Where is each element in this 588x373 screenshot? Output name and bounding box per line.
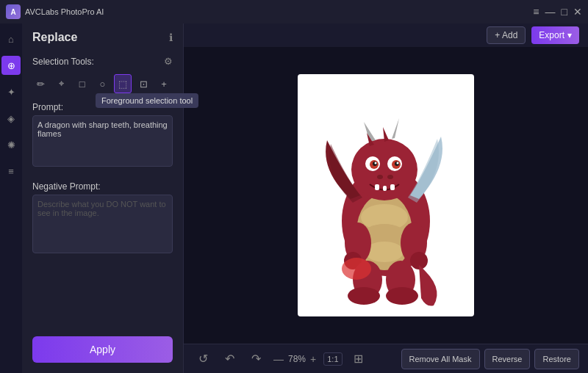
app-title: AVCLabs PhotoPro AI: [25, 7, 104, 16]
export-label: Export: [539, 30, 564, 40]
selection-tools-header: Selection Tools: ⚙: [22, 51, 183, 71]
panel-header: Replace ℹ: [22, 23, 183, 51]
reverse-btn[interactable]: Reverse: [484, 349, 531, 369]
svg-rect-18: [375, 184, 379, 190]
info-icon[interactable]: ℹ: [169, 32, 173, 43]
left-panel: Replace ℹ Selection Tools: ⚙ ✏ ⌖ □ ○ ⬚ ⊡…: [22, 23, 184, 373]
svg-point-17: [387, 175, 393, 179]
svg-point-14: [375, 162, 377, 164]
redo-btn[interactable]: ↷: [245, 349, 266, 369]
svg-rect-20: [390, 184, 395, 190]
bottom-left-controls: ↺ ↶ ↷ — 78% + 1:1 ⊞: [193, 349, 369, 369]
svg-point-24: [410, 252, 428, 269]
sidebar-item-replace[interactable]: ⊕: [1, 56, 21, 75]
add-button[interactable]: + Add: [487, 26, 526, 44]
sidebar-item-settings[interactable]: ≡: [1, 162, 21, 181]
bottom-toolbar: ↺ ↶ ↷ — 78% + 1:1 ⊞ Remove All Mask Reve…: [184, 344, 588, 373]
svg-point-27: [348, 287, 380, 305]
svg-marker-7: [392, 118, 399, 139]
svg-point-16: [377, 175, 383, 179]
zoom-out-btn[interactable]: —: [272, 353, 285, 365]
restore-btn[interactable]: Restore: [534, 349, 579, 369]
canvas-content: [184, 47, 588, 344]
undo-btn[interactable]: ↶: [219, 349, 240, 369]
dragon-illustration: [305, 82, 467, 309]
svg-point-5: [351, 139, 417, 200]
foreground-tool-btn[interactable]: ⬚: [114, 74, 132, 93]
export-button[interactable]: Export ▾: [531, 26, 579, 44]
remove-all-mask-btn[interactable]: Remove All Mask: [401, 349, 480, 369]
dragon-image-container: [298, 74, 474, 316]
negative-prompt-label: Negative Prompt:: [32, 181, 173, 192]
top-toolbar: + Add Export ▾: [184, 23, 588, 47]
sidebar-item-enhance[interactable]: ✦: [1, 82, 21, 101]
ellipse-tool-btn[interactable]: ○: [94, 74, 112, 93]
canvas-area: + Add Export ▾: [184, 23, 588, 373]
app-icon: A: [6, 4, 21, 19]
apply-btn-container: Apply: [22, 329, 183, 373]
sidebar-item-retouch[interactable]: ◈: [1, 109, 21, 128]
add-tool-btn[interactable]: +: [155, 74, 173, 93]
negative-prompt-textarea[interactable]: [32, 195, 173, 253]
maximize-icon[interactable]: □: [562, 7, 567, 17]
title-bar: A AVCLabs PhotoPro AI ≡ — □ ✕: [0, 0, 588, 23]
gear-icon[interactable]: ⚙: [164, 56, 173, 67]
panel-title: Replace: [32, 31, 77, 44]
prompt-section: Prompt: A dragon with sharp teeth, breat…: [22, 99, 183, 175]
export-chevron-icon: ▾: [567, 30, 572, 40]
negative-prompt-section: Negative Prompt:: [22, 175, 183, 329]
fit-screen-btn[interactable]: ⊞: [348, 349, 369, 369]
title-bar-left: A AVCLabs PhotoPro AI: [6, 4, 104, 19]
lasso-tool-btn[interactable]: ⌖: [53, 74, 71, 93]
icon-sidebar: ⌂ ⊕ ✦ ◈ ✺ ≡: [0, 23, 22, 373]
rect-tool-btn[interactable]: □: [74, 74, 91, 93]
background-tool-btn[interactable]: ⊡: [135, 74, 152, 93]
svg-point-15: [397, 162, 399, 164]
rotate-left-btn[interactable]: ↺: [193, 349, 213, 369]
menu-icon[interactable]: ≡: [533, 7, 539, 17]
main-layout: ⌂ ⊕ ✦ ◈ ✺ ≡ Replace ℹ Selection Tools: ⚙…: [0, 23, 588, 373]
title-bar-controls[interactable]: ≡ — □ ✕: [533, 7, 582, 17]
close-icon[interactable]: ✕: [573, 7, 582, 17]
mask-overlay: [342, 258, 371, 280]
prompt-textarea[interactable]: A dragon with sharp teeth, breathing fla…: [32, 115, 173, 167]
tools-row: ✏ ⌖ □ ○ ⬚ ⊡ + Foreground selection tool: [22, 71, 183, 99]
ratio-btn[interactable]: 1:1: [323, 352, 342, 366]
svg-rect-19: [383, 186, 387, 191]
apply-button[interactable]: Apply: [32, 336, 173, 363]
zoom-in-btn[interactable]: +: [309, 353, 318, 365]
zoom-section: — 78% +: [272, 353, 318, 365]
zoom-level: 78%: [288, 354, 306, 364]
pen-tool-btn[interactable]: ✏: [32, 74, 50, 93]
bottom-right-controls: Remove All Mask Reverse Restore: [401, 349, 579, 369]
prompt-label: Prompt:: [32, 102, 173, 112]
svg-point-28: [386, 287, 418, 305]
sidebar-item-effects[interactable]: ✺: [1, 135, 21, 154]
selection-tools-label: Selection Tools:: [32, 57, 94, 67]
sidebar-item-home[interactable]: ⌂: [1, 29, 21, 48]
minimize-icon[interactable]: —: [545, 7, 556, 17]
